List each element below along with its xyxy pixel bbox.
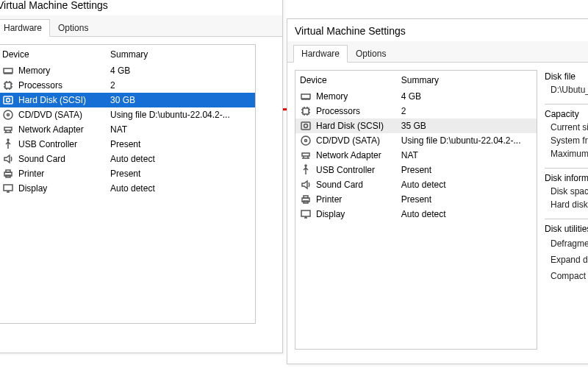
window-title: Virtual Machine Settings — [0, 0, 282, 15]
row-summary: 35 GB — [397, 118, 537, 133]
row-network-adapter[interactable]: Network Adapter NAT — [0, 122, 255, 137]
tabs: Hardware Options — [287, 41, 588, 63]
svg-rect-12 — [301, 94, 310, 99]
svg-rect-21 — [304, 196, 308, 198]
row-label: CD/DVD (SATA) — [18, 110, 82, 120]
row-label: Processors — [316, 106, 360, 116]
row-label: Memory — [316, 91, 348, 102]
svg-point-5 — [7, 114, 10, 116]
row-summary: NAT — [106, 122, 255, 137]
network-icon — [300, 149, 312, 161]
row-memory[interactable]: Memory 4 GB — [0, 63, 255, 79]
row-summary: Present — [106, 166, 255, 181]
tab-options[interactable]: Options — [50, 19, 96, 37]
svg-rect-1 — [5, 82, 11, 88]
row-label: Network Adapter — [316, 150, 381, 160]
row-summary: 2 — [106, 78, 255, 93]
row-summary: Present — [106, 137, 255, 152]
row-label: Hard Disk (SCSI) — [18, 95, 86, 105]
row-cd-dvd[interactable]: CD/DVD (SATA) Using file D:\ubuntu-22.04… — [295, 133, 537, 148]
row-printer[interactable]: Printer Present — [295, 192, 537, 207]
disc-icon — [300, 135, 312, 146]
row-display[interactable]: Display Auto detect — [0, 181, 255, 196]
row-sound-card[interactable]: Sound Card Auto detect — [295, 177, 537, 192]
printer-icon — [2, 168, 14, 180]
row-label: CD/DVD (SATA) — [316, 135, 380, 146]
row-sound-card[interactable]: Sound Card Auto detect — [0, 152, 255, 166]
vm-settings-window-after: Virtual Machine Settings Hardware Option… — [287, 18, 588, 364]
current-size: Current size: 5.3 — [545, 121, 588, 134]
row-memory[interactable]: Memory 4 GB — [295, 89, 537, 105]
compact-button[interactable]: Compact disk to v — [545, 268, 588, 284]
row-label: Printer — [18, 169, 44, 179]
svg-point-17 — [305, 140, 307, 142]
tab-hardware[interactable]: Hardware — [0, 19, 50, 37]
row-printer[interactable]: Printer Present — [0, 166, 255, 181]
hard-disk-icon — [2, 94, 14, 106]
row-label: Network Adapter — [18, 124, 84, 135]
row-cd-dvd[interactable]: CD/DVD (SATA) Using file D:\ubuntu-22.04… — [0, 107, 255, 122]
row-label: Display — [316, 209, 345, 219]
svg-rect-14 — [301, 122, 310, 130]
row-display[interactable]: Display Auto detect — [295, 207, 537, 222]
svg-point-16 — [301, 136, 310, 145]
disk-info-line-2: Hard disk content — [545, 198, 588, 211]
cpu-icon — [2, 79, 14, 91]
row-label: Hard Disk (SCSI) — [316, 121, 384, 131]
row-hard-disk[interactable]: Hard Disk (SCSI) 35 GB — [295, 118, 537, 133]
svg-rect-0 — [4, 68, 12, 73]
row-summary: Auto detect — [397, 207, 537, 222]
disk-file-title: Disk file — [545, 70, 588, 83]
display-icon — [2, 183, 14, 194]
row-label: Display — [18, 183, 47, 194]
row-summary: 4 GB — [106, 63, 255, 79]
expand-button[interactable]: Expand disk capa — [545, 252, 588, 268]
disk-file-value: D:\Ubutu_KVM\b — [545, 83, 588, 96]
column-device: Device — [295, 71, 397, 89]
svg-rect-2 — [4, 96, 12, 104]
maximum-size: Maximum size: 3 — [545, 147, 588, 160]
capacity-title: Capacity — [545, 107, 588, 121]
sound-icon — [2, 153, 14, 165]
disk-details-pane: Disk file D:\Ubutu_KVM\b Capacity Curren… — [545, 70, 588, 350]
column-summary: Summary — [397, 71, 537, 89]
row-processors[interactable]: Processors 2 — [295, 104, 537, 118]
defragment-button[interactable]: Defragment files — [545, 236, 588, 252]
svg-point-15 — [304, 124, 308, 128]
row-label: Memory — [18, 66, 50, 76]
row-label: USB Controller — [316, 165, 375, 175]
window-title: Virtual Machine Settings — [287, 19, 588, 41]
system-free: System free: 41. — [545, 134, 588, 147]
svg-rect-18 — [302, 153, 309, 156]
row-summary: Auto detect — [397, 177, 537, 192]
tab-hardware[interactable]: Hardware — [293, 45, 348, 63]
row-summary: Present — [397, 192, 537, 207]
column-summary: Summary — [106, 45, 255, 63]
svg-rect-13 — [303, 108, 309, 114]
column-device: Device — [0, 45, 106, 63]
tab-options[interactable]: Options — [348, 45, 394, 63]
row-usb-controller[interactable]: USB Controller Present — [295, 163, 537, 177]
row-summary: Using file D:\ubuntu-22.04.2-... — [106, 107, 255, 122]
row-summary: Present — [397, 163, 537, 177]
cpu-icon — [300, 105, 312, 117]
vm-settings-window-before: Virtual Machine Settings Hardware Option… — [0, 0, 283, 353]
row-label: Sound Card — [316, 180, 363, 190]
sound-icon — [300, 179, 312, 191]
row-summary: 4 GB — [397, 89, 537, 105]
disk-utilities-title: Disk utilities — [545, 222, 588, 236]
row-network-adapter[interactable]: Network Adapter NAT — [295, 148, 537, 163]
svg-point-3 — [7, 99, 10, 102]
row-usb-controller[interactable]: USB Controller Present — [0, 137, 255, 152]
row-processors[interactable]: Processors 2 — [0, 78, 255, 93]
svg-rect-6 — [4, 127, 12, 130]
row-summary: NAT — [397, 148, 537, 163]
disk-info-line-1: Disk space is not — [545, 185, 588, 198]
row-hard-disk[interactable]: Hard Disk (SCSI) 30 GB — [0, 93, 255, 107]
device-list-panel: Device Summary Memory 4 GB Processors 2 … — [295, 70, 537, 350]
row-summary: Using file D:\ubuntu-22.04.2-... — [397, 133, 537, 148]
row-label: USB Controller — [18, 139, 77, 149]
svg-point-4 — [4, 110, 12, 119]
row-summary: 2 — [397, 104, 537, 118]
device-list-panel: Device Summary Memory 4 GB Processors 2 … — [0, 44, 256, 324]
